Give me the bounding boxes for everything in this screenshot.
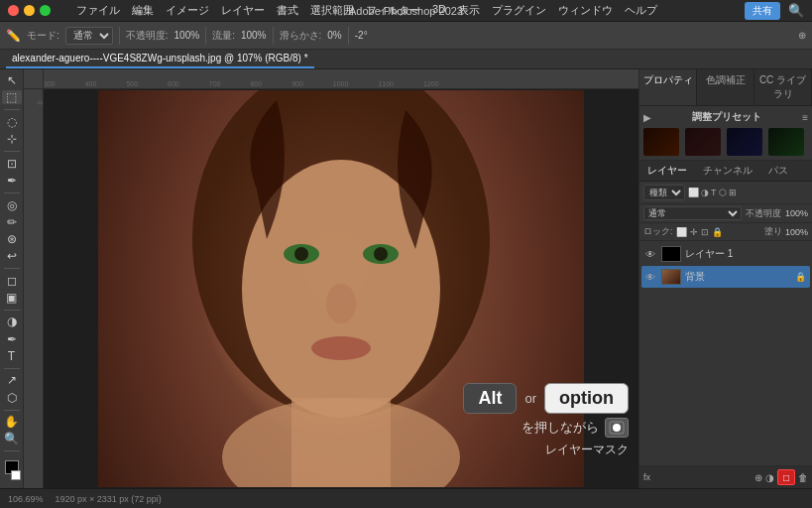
tab-layers[interactable]: レイヤー xyxy=(639,161,695,181)
lock-pixels-icon[interactable]: ⬜ xyxy=(676,227,687,237)
smart-filter-icon[interactable]: ⊞ xyxy=(729,188,737,197)
maximize-button[interactable] xyxy=(40,5,51,16)
preset-thumb-3[interactable] xyxy=(727,128,762,156)
menu-help[interactable]: ヘルプ xyxy=(625,3,657,18)
mode-select[interactable]: 通常 xyxy=(65,27,113,45)
tab-paths[interactable]: パス xyxy=(760,161,796,181)
tab-channels[interactable]: チャンネル xyxy=(695,161,760,181)
menu-type[interactable]: 書式 xyxy=(277,3,298,18)
search-icon[interactable]: 🔍 xyxy=(788,3,804,18)
path-selection-tool[interactable]: ↗ xyxy=(2,373,22,387)
ruler-tick: 900 xyxy=(291,80,303,87)
right-panel: プロパティ 色調補正 CC ライブラリ ▶ 調整プリセット ≡ レイヤー チャン… xyxy=(638,69,812,488)
add-mask-icon[interactable]: ⊕ xyxy=(754,472,762,483)
panel-tabs: プロパティ 色調補正 CC ライブラリ xyxy=(639,69,812,106)
magic-wand-tool[interactable]: ⊹ xyxy=(2,132,22,146)
dodge-tool[interactable]: ◑ xyxy=(2,315,22,328)
share-button[interactable]: 共有 xyxy=(745,2,780,20)
color-swatches[interactable] xyxy=(5,460,19,484)
canvas-content[interactable]: Alt or option を押しながら レイヤーマスク xyxy=(44,89,638,488)
background-color[interactable] xyxy=(11,470,21,480)
smoothness-value: 0% xyxy=(327,30,341,41)
document-tabbar: alexander-aguero----VGE4S8ZWg-unsplash.j… xyxy=(0,50,812,69)
type-tool[interactable]: T xyxy=(2,349,22,363)
shape-tool[interactable]: ⬡ xyxy=(2,390,22,404)
tab-properties[interactable]: プロパティ xyxy=(639,69,697,105)
lock-all-icon[interactable]: 🔒 xyxy=(712,227,723,237)
menu-image[interactable]: イメージ xyxy=(166,3,209,18)
airbrush-icon[interactable]: ⊕ xyxy=(798,30,806,41)
layer-item-2[interactable]: 👁 背景 🔒 xyxy=(641,266,810,288)
titlebar-right: 共有 🔍 xyxy=(745,2,804,20)
gradient-tool[interactable]: ▣ xyxy=(2,291,22,305)
spot-heal-tool[interactable]: ◎ xyxy=(2,198,22,212)
eraser-tool[interactable]: ◻ xyxy=(2,274,22,288)
lock-label: ロック: xyxy=(643,225,673,238)
ruler-tick: 1100 xyxy=(378,80,394,87)
history-brush-tool[interactable]: ↩ xyxy=(2,249,22,263)
minimize-button[interactable] xyxy=(24,5,35,16)
menu-window[interactable]: ウィンドウ xyxy=(558,3,613,18)
brush-tool[interactable]: ✏ xyxy=(2,215,22,229)
lock-position-icon[interactable]: ✛ xyxy=(690,227,698,237)
adjust-filter-icon[interactable]: ◑ xyxy=(701,188,709,197)
fx-button[interactable]: fx xyxy=(643,472,650,482)
tab-filename: alexander-aguero----VGE4S8ZWg-unsplash.j… xyxy=(12,53,308,64)
preset-thumb-2[interactable] xyxy=(685,128,721,156)
lasso-tool[interactable]: ◌ xyxy=(2,115,22,129)
document-tab[interactable]: alexander-aguero----VGE4S8ZWg-unsplash.j… xyxy=(6,50,314,68)
menu-plugins[interactable]: プラグイン xyxy=(492,3,546,18)
pen-tool[interactable]: ✒ xyxy=(2,332,22,346)
pixel-filter-icon[interactable]: ⬜ xyxy=(688,188,699,197)
tool-divider-4 xyxy=(4,268,20,269)
type-filter-icon[interactable]: T xyxy=(711,188,717,197)
menu-layer[interactable]: レイヤー xyxy=(221,3,265,18)
mode-label: モード: xyxy=(27,29,59,43)
visibility-toggle-2[interactable]: 👁 xyxy=(645,272,657,283)
eyedropper-tool[interactable]: ✒ xyxy=(2,174,22,188)
blend-mode-select[interactable]: 通常 xyxy=(643,206,742,220)
tab-adjustments[interactable]: 色調補正 xyxy=(697,69,754,105)
add-layer-icon[interactable]: □ xyxy=(777,469,795,485)
ruler-tick: 1000 xyxy=(333,80,349,87)
tool-divider-3 xyxy=(4,192,20,193)
opacity-value: 100% xyxy=(785,208,808,218)
lock-artboards-icon[interactable]: ⊡ xyxy=(701,227,709,237)
filter-type-select[interactable]: 種類 xyxy=(643,185,685,200)
menu-select[interactable]: 選択範囲 xyxy=(310,3,354,18)
marquee-tool[interactable]: ⬚ xyxy=(2,90,22,104)
clone-stamp-tool[interactable]: ⊛ xyxy=(2,232,22,246)
delete-layer-icon[interactable]: 🗑 xyxy=(798,472,808,483)
zoom-level: 106.69% xyxy=(8,494,44,504)
ruler-tick: 700 xyxy=(209,80,221,87)
adjustments-presets-section: ▶ 調整プリセット ≡ xyxy=(639,106,812,161)
ruler-left: 0 xyxy=(24,89,44,488)
flow-label: 流量: xyxy=(212,29,235,43)
preset-thumb-4[interactable] xyxy=(768,128,804,156)
tool-divider-1 xyxy=(4,109,20,110)
brush-tool-icon[interactable]: ✏️ xyxy=(6,29,21,43)
close-button[interactable] xyxy=(8,5,19,16)
ruler-tick: 400 xyxy=(85,80,97,87)
hand-tool[interactable]: ✋ xyxy=(2,415,22,429)
zoom-tool[interactable]: 🔍 xyxy=(2,432,22,445)
layers-section: レイヤー チャンネル パス 種類 ⬜ ◑ T ⬡ ⊞ 通常 xyxy=(639,161,812,488)
crop-tool[interactable]: ⊡ xyxy=(2,157,22,171)
visibility-toggle-1[interactable]: 👁 xyxy=(645,249,657,260)
move-tool[interactable]: ↖ xyxy=(2,73,22,87)
ruler-tick: 500 xyxy=(126,80,138,87)
menu-edit[interactable]: 編集 xyxy=(132,3,154,18)
ruler-tick: 600 xyxy=(168,80,179,87)
layer-item-1[interactable]: 👁 レイヤー 1 xyxy=(641,243,810,265)
shape-filter-icon[interactable]: ⬡ xyxy=(719,188,727,197)
preset-thumb-1[interactable] xyxy=(643,128,679,156)
document-dimensions: 1920 px × 2331 px (72 ppi) xyxy=(56,494,162,504)
menu-file[interactable]: ファイル xyxy=(76,3,120,18)
layers-tabs: レイヤー チャンネル パス xyxy=(639,161,812,182)
add-adjustment-icon[interactable]: ◑ xyxy=(765,472,774,483)
separator-2 xyxy=(205,27,206,45)
presets-menu-icon[interactable]: ≡ xyxy=(802,112,808,123)
photo-svg xyxy=(98,90,584,487)
tab-cc-libraries[interactable]: CC ライブラリ xyxy=(754,69,812,105)
layers-search-bar: 種類 ⬜ ◑ T ⬡ ⊞ xyxy=(639,182,812,204)
